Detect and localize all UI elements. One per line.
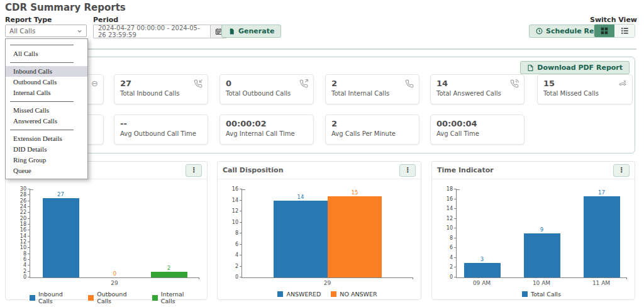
chart-panel-time-indicator: Time Indicator ⋮ 024681012141618391709 A… [431,161,635,300]
stat-card-avg-internal-call-time: 00:00:02 Avg Internal Call Time [219,114,314,145]
dropdown-option-internal-calls[interactable]: Internal Calls [6,87,87,98]
x-axis-labels: 09 AM10 AM11 AM [456,278,627,286]
chart-menu-button[interactable]: ⋮ [399,164,416,177]
y-tick-label: 26 [20,198,26,204]
list-view-button[interactable] [614,25,635,37]
summary-panel: Download PDF Report ⊖ 27 Total Inbound C… [5,57,635,154]
header-divider [5,48,636,50]
legend-item-total-calls[interactable]: Total Calls [522,291,561,298]
file-icon [228,28,235,35]
dropdown-option-all-calls[interactable]: All Calls [6,48,87,59]
y-tick-label: 14 [20,233,26,239]
dropdown-option-did-details[interactable]: DID Details [6,144,87,155]
y-tick-label: 16 [232,186,238,192]
chart-menu-button[interactable]: ⋮ [186,164,202,177]
bar-outbound-calls: 0 [97,189,133,277]
y-axis: 024681012141618 [435,189,456,277]
download-pdf-button[interactable]: Download PDF Report [520,61,630,74]
chart-title: Time Indicator [437,166,494,174]
bar-value-label: 3 [480,256,484,262]
legend-label: ANSWERED [286,291,321,298]
dropdown-option-inbound-calls[interactable]: Inbound Calls [6,66,87,77]
bar-value-label: 17 [598,189,605,196]
plot-area: 1415 [242,189,413,278]
chart-legend: Inbound CallsOutbound CallsInternal Call… [30,291,199,304]
report-type-label: Report Type [5,16,52,24]
phone-missed-icon [618,79,627,88]
legend-swatch [522,291,528,297]
y-tick-label: 2 [23,269,26,274]
chart-menu-button[interactable]: ⋮ [613,164,630,177]
chart-title: Call Disposition [223,166,283,174]
legend-item-inbound-calls[interactable]: Inbound Calls [30,291,78,304]
generate-button[interactable]: Generate [221,25,281,38]
legend-item-internal-calls[interactable]: Internal Calls [152,291,199,304]
dropdown-separator [10,101,74,102]
bar-answered: 14 [274,189,328,277]
y-tick-label: 12 [20,239,26,245]
y-tick-label: 20 [20,216,26,221]
bar-internal-calls: 2 [151,189,187,277]
legend-label: Inbound Calls [38,291,78,304]
dropdown-option-extension-details[interactable]: Extension Details [6,133,87,144]
y-tick-label: 30 [20,186,26,192]
y-tick-label: 6 [235,242,238,247]
chart-body: 0246810121416141529ANSWEREDNO ANSWER [218,179,421,298]
report-type-select[interactable]: All Calls [5,25,87,37]
report-type-dropdown: All Calls Inbound Calls Outbound Calls I… [5,38,88,179]
grid-icon [601,27,608,35]
legend-label: Internal Calls [161,291,199,304]
stat-value: 00:00:04 [436,119,518,128]
y-tick-label: 6 [450,245,453,250]
stat-card-avg-calls-per-minute: 2 Avg Calls Per Minute [325,114,419,145]
grid-view-button[interactable] [594,25,614,37]
y-tick-label: 12 [447,216,453,221]
dropdown-option-queue[interactable]: Queue [6,165,87,176]
stat-value: 0 [226,79,308,88]
y-tick-label: 18 [447,186,453,192]
bar-total-calls: 17 [584,189,620,277]
bar-value-label: 15 [352,189,358,196]
time-indicator-chart: 024681012141618391709 AM10 AM11 AMTotal … [432,179,635,298]
y-tick-label: 8 [235,230,238,236]
legend-item-outbound-calls[interactable]: Outbound Calls [88,291,142,304]
stat-card-total-answered-calls: 14 Total Answered Calls [430,74,525,104]
chart-header: Time Indicator ⋮ [432,162,635,179]
bar-total-calls: 3 [464,189,501,277]
y-tick-label: 14 [447,206,453,211]
dropdown-separator [10,45,74,45]
x-tick-label: 09 AM [464,280,500,286]
stat-value: 2 [331,119,413,128]
stat-value: 00:00:02 [226,119,308,128]
report-type-value: All Calls [9,27,35,35]
stat-value: 2 [331,79,413,88]
chart-body: 024681012141618202224262830270229Inbound… [6,179,207,304]
y-tick-label: 0 [235,274,238,280]
bar-value-label: 9 [540,226,543,233]
dropdown-option-missed-calls[interactable]: Missed Calls [6,105,87,116]
y-tick-label: 4 [450,255,453,260]
legend-item-answered[interactable]: ANSWERED [277,291,321,298]
x-tick-label: 10 AM [523,280,560,286]
x-axis-labels: 29 [242,278,413,286]
y-tick-label: 24 [20,204,26,209]
y-tick-label: 14 [232,198,238,203]
dropdown-option-ring-group[interactable]: Ring Group [6,155,87,165]
y-axis: 024681012141618202224262830 [8,189,30,277]
pdf-file-icon [527,64,534,72]
period-input[interactable]: 2024-04-27 00:00:00 - 2024-05-26 23:59:5… [93,25,210,38]
clock-icon [536,28,543,35]
page-title: CDR Summary Reports [5,2,126,13]
y-tick-label: 4 [23,262,26,268]
legend-label: Total Calls [531,291,561,298]
stat-value: -- [120,119,202,128]
dropdown-option-outbound-calls[interactable]: Outbound Calls [6,77,87,87]
legend-item-no-answer[interactable]: NO ANSWER [331,291,377,298]
chart-header: Call Disposition ⋮ [218,162,421,179]
dropdown-option-answered-calls[interactable]: Answered Calls [6,116,87,126]
generate-button-label: Generate [238,27,274,35]
legend-swatch [152,295,158,301]
phone-call-icon [510,79,519,88]
y-tick-label: 22 [20,209,26,215]
y-tick-label: 10 [20,245,26,250]
